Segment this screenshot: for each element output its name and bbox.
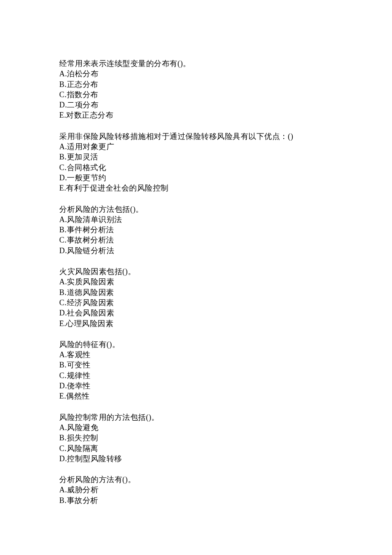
question-option: D.社会风险因素: [59, 308, 392, 318]
question-stem: 分析风险的方法包括()。: [59, 204, 392, 214]
question-stem: 分析风险的方法有()。: [59, 474, 392, 485]
question-option: B.道德风险因素: [59, 287, 392, 298]
question-option: B.事件树分析法: [59, 225, 392, 235]
question-option: C.合同格式化: [59, 162, 392, 173]
question-option: D.一般更节约: [59, 173, 392, 183]
question-block: 风险的特征有()。 A.客观性 B.可变性 C.规律性 D.侥幸性 E.偶然性: [59, 339, 392, 402]
question-option: A.风险避免: [59, 422, 392, 433]
question-block: 火灾风险因素包括()。 A.实质风险因素 B.道德风险因素 C.经济风险因素 D…: [59, 266, 392, 329]
question-option: C.经济风险因素: [59, 298, 392, 308]
question-option: E.对数正态分布: [59, 110, 392, 120]
question-option: E.偶然性: [59, 391, 392, 401]
question-option: C.规律性: [59, 370, 392, 381]
question-option: E.心理风险因素: [59, 318, 392, 329]
question-option: C.风险隔离: [59, 443, 392, 454]
question-option: B.更加灵活: [59, 152, 392, 162]
question-option: D.二项分布: [59, 100, 392, 110]
question-option: C.指数分布: [59, 90, 392, 100]
question-block: 分析风险的方法包括()。 A.风险清单识别法 B.事件树分析法 C.事故树分析法…: [59, 204, 392, 256]
question-block: 风险控制常用的方法包括()。 A.风险避免 B.损失控制 C.风险隔离 D.控制…: [59, 412, 392, 464]
question-option: A.威胁分析: [59, 485, 392, 495]
question-option: A.适用对象更广: [59, 142, 392, 152]
question-block: 经常用来表示连续型变量的分布有()。 A.泊松分布 B.正态分布 C.指数分布 …: [59, 58, 392, 121]
question-option: B.可变性: [59, 360, 392, 370]
question-stem: 火灾风险因素包括()。: [59, 266, 392, 277]
question-option: A.泊松分布: [59, 69, 392, 79]
question-option: A.实质风险因素: [59, 277, 392, 287]
question-option: D.控制型风险转移: [59, 454, 392, 464]
question-stem: 经常用来表示连续型变量的分布有()。: [59, 58, 392, 69]
question-stem: 风险控制常用的方法包括()。: [59, 412, 392, 422]
question-stem: 风险的特征有()。: [59, 339, 392, 350]
question-option: B.正态分布: [59, 79, 392, 90]
question-option: D.侥幸性: [59, 381, 392, 391]
question-block: 分析风险的方法有()。 A.威胁分析 B.事故分析: [59, 474, 392, 506]
question-option: A.风险清单识别法: [59, 214, 392, 225]
question-option: A.客观性: [59, 350, 392, 360]
question-block: 采用非保险风险转移措施相对于通过保险转移风险具有以下优点：() A.适用对象更广…: [59, 131, 392, 194]
question-option: E.有利于促进全社会的风险控制: [59, 183, 392, 193]
question-option: B.损失控制: [59, 433, 392, 443]
question-option: D.风险链分析法: [59, 246, 392, 256]
question-option: B.事故分析: [59, 495, 392, 506]
question-option: C.事故树分析法: [59, 235, 392, 245]
question-stem: 采用非保险风险转移措施相对于通过保险转移风险具有以下优点：(): [59, 131, 392, 142]
